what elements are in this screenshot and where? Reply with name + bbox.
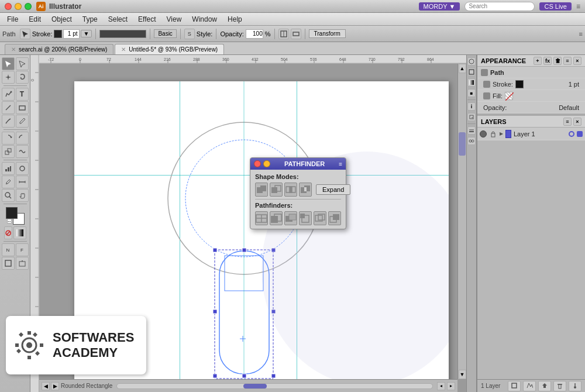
menu-file[interactable]: File	[2, 14, 23, 25]
ri-gradient-btn[interactable]	[467, 78, 476, 87]
delete-layer-btn[interactable]	[553, 381, 566, 391]
cs-live-button[interactable]: CS Live	[539, 2, 572, 11]
layer-target-btn[interactable]	[569, 131, 574, 137]
tab-search-ai[interactable]: ✕ search.ai @ 200% (RGB/Preview)	[5, 44, 113, 54]
menu-help[interactable]: Help	[223, 14, 247, 25]
ri-stroke-btn[interactable]	[467, 68, 476, 76]
new-layer-btn[interactable]	[508, 381, 521, 391]
rect-tool-btn[interactable]	[16, 101, 29, 114]
layer-lock-btn[interactable]	[489, 130, 497, 138]
appearance-menu-btn[interactable]: ≡	[563, 57, 572, 65]
reflect-tool-btn[interactable]	[16, 132, 29, 145]
trim-btn[interactable]	[270, 211, 283, 225]
scroll-down-btn[interactable]: ▼	[459, 370, 466, 379]
direct-selection-btn[interactable]	[16, 57, 29, 70]
type-tool-btn[interactable]: T	[16, 88, 29, 101]
appearance-fx-btn[interactable]: fx	[543, 57, 552, 65]
scale-tool-btn[interactable]	[2, 145, 15, 158]
stroke-dropdown[interactable]: ▼	[81, 30, 92, 37]
menu-edit[interactable]: Edit	[24, 14, 46, 25]
stroke-value-input[interactable]: 1 pt	[63, 29, 80, 39]
minus-front-btn[interactable]	[270, 183, 283, 197]
scroll-up-btn[interactable]: ▲	[459, 64, 466, 73]
exclude-btn[interactable]	[299, 183, 312, 197]
selection-tool-btn[interactable]	[2, 57, 15, 70]
scroll-arrow-right[interactable]: ▸	[447, 382, 455, 390]
move-selection-btn[interactable]	[538, 381, 551, 391]
menu-window[interactable]: Window	[187, 14, 222, 25]
vertical-scrollbar[interactable]: ▲ ▼	[457, 64, 466, 379]
appearance-stroke-color[interactable]	[515, 80, 524, 88]
menu-type[interactable]: Type	[78, 14, 102, 25]
scroll-thumb-h[interactable]	[243, 384, 267, 388]
zoom-btn[interactable]	[2, 189, 15, 202]
merge-btn[interactable]	[284, 211, 297, 225]
panel-collapse-icon[interactable]: ≡	[576, 2, 580, 11]
minus-back-btn[interactable]	[328, 211, 341, 225]
pencil-tool-btn[interactable]	[16, 115, 29, 128]
menu-select[interactable]: Select	[104, 14, 132, 25]
dialog-titlebar[interactable]: PATHFINDER ≡	[250, 158, 346, 170]
align-btn[interactable]	[291, 29, 301, 39]
appearance-collapse-btn[interactable]: ×	[573, 57, 581, 65]
opacity-input[interactable]	[246, 29, 263, 39]
screen-mode-btn[interactable]: F	[16, 243, 29, 256]
menu-effect[interactable]: Effect	[133, 14, 160, 25]
tab-close-untitled[interactable]: ✕	[121, 46, 126, 53]
warp-tool-btn[interactable]	[16, 145, 29, 158]
chart-tool-btn[interactable]	[2, 162, 15, 175]
ri-transform-btn[interactable]	[467, 113, 476, 121]
divide-btn[interactable]	[255, 211, 268, 225]
tab-untitled[interactable]: ✕ Untitled-5* @ 93% (RGB/Preview)	[115, 44, 224, 54]
layers-collapse-btn[interactable]: ×	[573, 118, 581, 126]
expand-button[interactable]: Expand	[316, 184, 350, 195]
menu-view[interactable]: View	[162, 14, 187, 25]
brush-type-badge[interactable]: Basic	[154, 29, 176, 38]
fullscreen-mode-btn[interactable]	[2, 257, 15, 270]
line-tool-btn[interactable]	[2, 101, 15, 114]
toolbar-selection-tool[interactable]	[20, 29, 30, 39]
make-clipping-btn[interactable]	[523, 381, 536, 391]
normal-mode-btn[interactable]: N	[2, 243, 15, 256]
transform-button[interactable]: Transform	[309, 29, 346, 38]
ri-link-btn[interactable]	[467, 137, 476, 145]
hand-btn[interactable]	[16, 189, 29, 202]
pen-tool-btn[interactable]	[2, 88, 15, 101]
nav-left-btn[interactable]: ◀	[42, 382, 50, 390]
dialog-close-btn[interactable]	[254, 160, 261, 167]
outline-btn[interactable]	[314, 211, 326, 225]
scroll-arrow-left[interactable]: ◂	[437, 382, 445, 390]
new-sublayer-btn[interactable]	[569, 381, 581, 391]
none-fill-btn[interactable]: ⊘	[4, 226, 12, 239]
minimize-window-button[interactable]	[15, 3, 22, 10]
user-badge[interactable]: MORDY ▼	[419, 2, 460, 11]
gradient-fill-btn[interactable]	[13, 226, 26, 239]
presentation-btn[interactable]	[16, 257, 29, 270]
layer-expand-arrow[interactable]: ▶	[500, 131, 503, 136]
tab-close-search[interactable]: ✕	[11, 46, 16, 53]
lasso-btn[interactable]	[16, 71, 29, 84]
unite-btn[interactable]	[255, 183, 268, 197]
maximize-window-button[interactable]	[25, 3, 32, 10]
dialog-expand-icon[interactable]: ≡	[339, 161, 342, 167]
appearance-delete-btn[interactable]: 🗑	[553, 57, 562, 65]
magic-wand-btn[interactable]	[2, 71, 15, 84]
appearance-add-btn[interactable]: +	[534, 57, 542, 65]
symbol-btn[interactable]	[16, 162, 29, 175]
ri-swatch-btn[interactable]: ■	[467, 89, 476, 97]
close-window-button[interactable]	[5, 3, 12, 10]
ri-info-btn[interactable]: i	[467, 102, 476, 111]
eyedropper-btn[interactable]	[2, 176, 15, 188]
ri-layer-btn[interactable]	[467, 126, 476, 135]
scroll-thumb-v[interactable]	[459, 132, 466, 156]
measure-btn[interactable]	[16, 176, 29, 188]
nav-right-btn[interactable]: ▶	[51, 382, 59, 390]
crop-btn[interactable]	[299, 211, 312, 225]
color-swatches[interactable]: ↔	[6, 207, 25, 225]
stroke-color-swatch[interactable]	[54, 30, 62, 38]
appearance-fill-none[interactable]	[505, 92, 513, 100]
menu-object[interactable]: Object	[47, 14, 77, 25]
brush-tool-btn[interactable]	[2, 115, 15, 128]
layer-visibility-btn[interactable]	[480, 130, 487, 137]
search-input[interactable]	[464, 2, 535, 11]
